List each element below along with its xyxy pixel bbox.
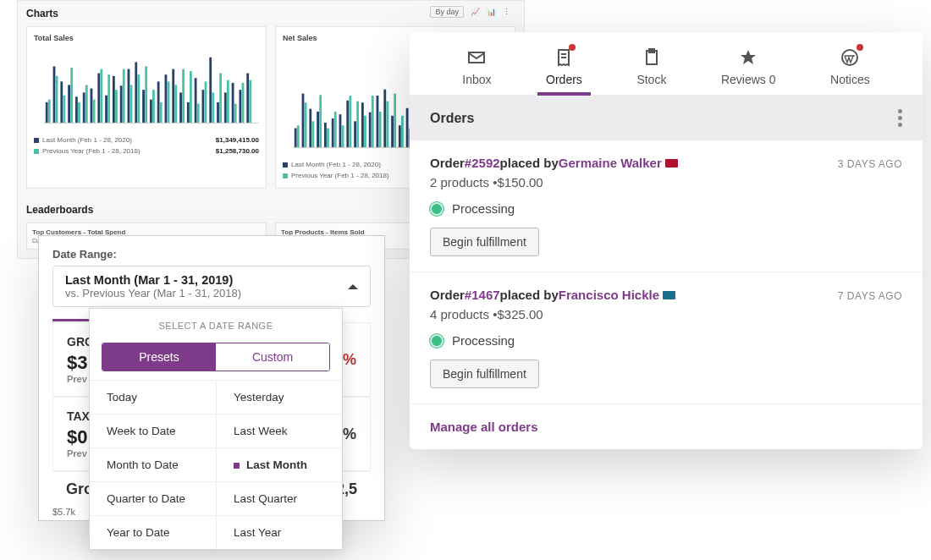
reviews-tab[interactable]: Reviews 0 xyxy=(721,47,776,86)
svg-rect-64 xyxy=(346,101,349,148)
bar-chart-icon[interactable]: 📊 xyxy=(487,8,496,16)
total-sales-bars xyxy=(34,46,259,135)
svg-rect-24 xyxy=(224,92,227,123)
notification-badge xyxy=(857,44,863,51)
svg-rect-7 xyxy=(97,74,100,124)
date-range-compare: vs. Previous Year (Mar 1 - 31, 2018) xyxy=(65,287,348,299)
svg-rect-46 xyxy=(182,69,185,124)
svg-rect-59 xyxy=(309,109,311,148)
svg-rect-98 xyxy=(394,94,396,148)
svg-rect-25 xyxy=(232,83,234,123)
svg-rect-61 xyxy=(324,123,327,147)
presets-tab[interactable]: Presets xyxy=(102,343,216,371)
kebab-icon[interactable] xyxy=(898,109,902,127)
star-icon xyxy=(738,47,758,68)
begin-fulfillment-button[interactable]: Begin fulfillment xyxy=(430,360,539,388)
order-prefix: Order xyxy=(430,156,465,170)
svg-rect-52 xyxy=(227,80,229,124)
customer-link[interactable]: Francisco Hickle xyxy=(559,288,659,302)
status-dot-icon xyxy=(430,202,443,216)
svg-rect-55 xyxy=(249,80,251,124)
preset-yesterday[interactable]: Yesterday xyxy=(216,380,342,414)
order-summary: 4 products •$325.00 xyxy=(430,307,902,321)
by-day-selector[interactable]: By day xyxy=(430,6,464,18)
order-status: Processing xyxy=(452,201,515,216)
svg-rect-26 xyxy=(239,90,241,123)
preset-last-quarter[interactable]: Last Quarter xyxy=(216,481,342,515)
legend-label: Last Month (Feb 1 - 28, 2020) xyxy=(291,161,381,168)
svg-rect-88 xyxy=(319,95,322,147)
svg-rect-6 xyxy=(91,89,93,124)
svg-rect-49 xyxy=(205,81,207,123)
order-prefix: Order xyxy=(430,288,465,302)
svg-rect-17 xyxy=(172,69,174,124)
tab-label: Stock xyxy=(636,73,666,86)
preset-month-to-date[interactable]: Month to Date xyxy=(90,447,216,481)
preset-year-to-date[interactable]: Year to Date xyxy=(90,515,216,549)
line-chart-icon[interactable]: 📈 xyxy=(471,8,480,16)
svg-rect-69 xyxy=(383,90,386,148)
notification-badge xyxy=(569,44,576,51)
svg-rect-35 xyxy=(100,69,102,124)
svg-rect-36 xyxy=(107,74,110,123)
status-dot-icon xyxy=(430,334,443,348)
customer-link[interactable]: Germaine Walker xyxy=(559,156,662,170)
preset-last-month[interactable]: Last Month xyxy=(216,447,342,481)
svg-rect-70 xyxy=(391,116,394,148)
svg-rect-10 xyxy=(120,85,123,123)
svg-rect-27 xyxy=(246,74,249,124)
svg-rect-68 xyxy=(377,96,379,147)
svg-rect-57 xyxy=(295,129,297,148)
begin-fulfillment-button[interactable]: Begin fulfillment xyxy=(430,228,539,256)
popover-tabs: Presets Custom xyxy=(102,343,330,371)
more-icon[interactable]: ⋮ xyxy=(503,8,510,16)
manage-all-orders-link[interactable]: Manage all orders xyxy=(410,404,923,449)
svg-rect-8 xyxy=(105,96,107,124)
svg-rect-92 xyxy=(349,96,351,147)
svg-rect-13 xyxy=(142,90,145,123)
wordpress-icon xyxy=(840,47,860,68)
tab-label: Inbox xyxy=(462,73,491,86)
date-range-select[interactable]: Last Month (Mar 1 - 31, 2019) vs. Previo… xyxy=(52,266,371,307)
preset-quarter-to-date[interactable]: Quarter to Date xyxy=(90,481,216,515)
svg-rect-42 xyxy=(152,90,155,123)
orders-tab[interactable]: Orders xyxy=(546,47,582,86)
svg-rect-3 xyxy=(68,85,70,123)
svg-rect-15 xyxy=(157,81,160,123)
preset-week-to-date[interactable]: Week to Date xyxy=(90,414,216,447)
svg-rect-43 xyxy=(160,102,163,124)
order-id-link[interactable]: #2592 xyxy=(465,156,500,170)
chart-title: Total Sales xyxy=(34,34,259,42)
svg-rect-89 xyxy=(327,129,329,148)
svg-rect-4 xyxy=(75,96,78,123)
date-range-selected: Last Month (Mar 1 - 31, 2019) xyxy=(65,273,348,287)
svg-rect-71 xyxy=(399,125,401,147)
date-range-label: Date Range: xyxy=(39,236,384,266)
svg-rect-47 xyxy=(190,71,192,123)
tab-label: Orders xyxy=(546,73,582,86)
svg-rect-40 xyxy=(137,74,140,123)
svg-rect-65 xyxy=(354,121,356,147)
custom-tab[interactable]: Custom xyxy=(216,343,329,371)
svg-rect-95 xyxy=(372,96,374,147)
svg-rect-41 xyxy=(145,66,147,123)
svg-rect-66 xyxy=(361,102,364,147)
svg-rect-62 xyxy=(332,118,334,147)
legend-value: $1,349,415.00 xyxy=(216,136,259,144)
svg-rect-29 xyxy=(56,76,58,124)
stock-tab[interactable]: Stock xyxy=(636,47,666,86)
order-id-link[interactable]: #1467 xyxy=(465,288,500,302)
order-age: 7 DAYS AGO xyxy=(838,290,902,302)
preset-today[interactable]: Today xyxy=(90,380,216,414)
clipboard-icon xyxy=(642,47,662,68)
svg-rect-58 xyxy=(302,94,305,148)
legend-dot-teal xyxy=(34,149,39,154)
preset-last-year[interactable]: Last Year xyxy=(216,515,342,549)
notices-tab[interactable]: Notices xyxy=(830,47,870,86)
inbox-tab[interactable]: Inbox xyxy=(462,47,491,86)
svg-rect-30 xyxy=(63,96,65,124)
svg-rect-1 xyxy=(53,66,56,123)
svg-rect-50 xyxy=(212,92,214,123)
preset-last-week[interactable]: Last Week xyxy=(216,414,342,447)
tab-label: Reviews 0 xyxy=(721,73,776,86)
